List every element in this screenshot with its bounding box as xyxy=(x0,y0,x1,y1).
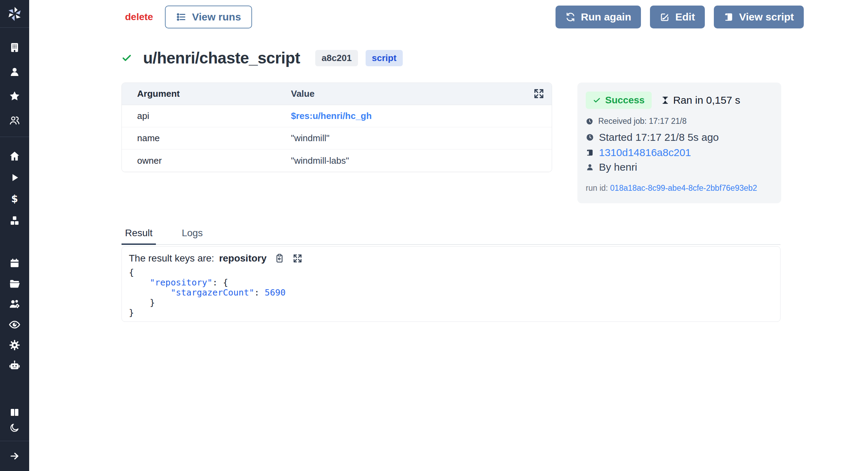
duration-label: Ran in 0,157 s xyxy=(673,94,740,106)
arg-name: owner xyxy=(122,155,291,166)
table-row: api $res:u/henri/hc_gh xyxy=(122,105,552,127)
result-tabs: Result Logs xyxy=(122,222,781,245)
cubes-icon xyxy=(9,215,20,226)
check-icon xyxy=(593,96,601,104)
expand-icon[interactable] xyxy=(533,88,545,100)
job-hash-line: 1310d14816a8c201 xyxy=(586,147,773,159)
edit-button[interactable]: Edit xyxy=(650,6,705,28)
clipboard-copy-icon[interactable] xyxy=(274,253,285,264)
scroll-icon xyxy=(724,12,734,22)
calendar-icon xyxy=(9,258,20,269)
json-key: "repository" xyxy=(150,277,212,288)
book-icon xyxy=(9,407,20,418)
hourglass-icon xyxy=(661,96,670,105)
sidebar-item-docs[interactable] xyxy=(0,405,29,420)
sidebar-item-users-group[interactable] xyxy=(0,108,29,132)
sidebar-item-favorites[interactable] xyxy=(0,84,29,108)
sidebar-item-user[interactable] xyxy=(0,60,29,84)
list-icon xyxy=(176,12,186,22)
sidebar-item-home[interactable] xyxy=(0,145,29,167)
json-key: "stargazerCount" xyxy=(170,288,254,298)
folder-open-icon xyxy=(9,278,20,290)
started-label: Started 17:17 21/8 5s ago xyxy=(599,131,719,143)
sidebar-item-variables[interactable]: $ xyxy=(0,188,29,210)
sidebar-divider xyxy=(0,137,29,137)
run-again-label: Run again xyxy=(581,11,631,23)
clock-icon xyxy=(586,133,594,142)
tab-result[interactable]: Result xyxy=(122,222,156,245)
view-script-button[interactable]: View script xyxy=(714,6,804,28)
edit-label: Edit xyxy=(675,11,695,23)
sidebar-item-workspace[interactable] xyxy=(0,35,29,60)
view-runs-button[interactable]: View runs xyxy=(165,6,252,28)
svg-text:$: $ xyxy=(11,194,18,205)
hash-badge: a8c201 xyxy=(315,50,358,66)
sidebar-item-schedules[interactable] xyxy=(0,253,29,273)
building-icon xyxy=(9,42,20,53)
windmill-logo[interactable] xyxy=(0,0,29,28)
arg-name: name xyxy=(122,133,291,144)
arg-value: "windmill" xyxy=(291,133,552,144)
users-cog-icon xyxy=(9,298,20,310)
run-id-line: run id: 018a18ac-8c99-abe4-8cfe-2bbf76e9… xyxy=(586,183,773,193)
received-job-line: Received job: 17:17 21/8 xyxy=(586,117,773,126)
home-icon xyxy=(9,150,20,162)
run-again-button[interactable]: Run again xyxy=(556,6,641,28)
sidebar-item-folders[interactable] xyxy=(0,273,29,294)
table-row: name "windmill" xyxy=(122,127,552,149)
sidebar-item-groups[interactable] xyxy=(0,294,29,314)
run-id-label: run id: xyxy=(586,183,608,192)
scroll-small-icon xyxy=(586,148,594,157)
sidebar-collapse-toggle[interactable] xyxy=(0,441,29,471)
dollar-icon: $ xyxy=(9,194,20,205)
expand-icon[interactable] xyxy=(292,253,303,264)
run-author-label: By henri xyxy=(599,161,637,173)
json-number: 5690 xyxy=(265,288,285,298)
users-group-icon xyxy=(9,114,20,126)
status-badge: Success xyxy=(586,92,652,109)
sidebar-item-settings[interactable] xyxy=(0,335,29,355)
moon-icon xyxy=(9,422,20,433)
person-icon xyxy=(586,163,594,171)
arg-value: "windmill-labs" xyxy=(291,155,552,166)
sidebar-item-resources[interactable] xyxy=(0,210,29,231)
column-header-value: Value xyxy=(291,88,552,99)
arrow-right-icon xyxy=(9,451,20,462)
result-keys-value: repository xyxy=(219,253,267,264)
result-json: { "repository": { "stargazerCount": 5690… xyxy=(129,267,773,318)
refresh-icon xyxy=(565,12,576,22)
arguments-table-header: Argument Value xyxy=(122,83,552,105)
started-line: Started 17:17 21/8 5s ago xyxy=(586,131,773,143)
edit-icon xyxy=(660,12,670,22)
status-panel: Success Ran in 0,157 s Received job: 17:… xyxy=(577,83,781,203)
delete-button[interactable]: delete xyxy=(125,11,153,23)
arg-name: api xyxy=(122,111,291,121)
header-left-actions: delete View runs xyxy=(125,6,252,28)
arguments-table: Argument Value api $res:u/henri/hc_gh na… xyxy=(122,83,552,172)
clock-icon xyxy=(586,118,593,125)
sidebar-item-audit-logs[interactable] xyxy=(0,314,29,335)
run-id-link[interactable]: 018a18ac-8c99-abe4-8cfe-2bbf76e93eb2 xyxy=(610,183,757,192)
tab-logs[interactable]: Logs xyxy=(178,222,206,244)
sidebar-item-dark-mode[interactable] xyxy=(0,420,29,435)
sidebar-item-runs[interactable] xyxy=(0,167,29,188)
table-row: owner "windmill-labs" xyxy=(122,149,552,172)
user-icon xyxy=(9,66,20,77)
resource-link[interactable]: $res:u/henri/hc_gh xyxy=(291,111,372,121)
star-icon xyxy=(9,90,20,102)
sidebar: $ xyxy=(0,0,29,471)
sidebar-item-workers[interactable] xyxy=(0,355,29,376)
header-right-actions: Run again Edit View script xyxy=(556,6,804,28)
page-title: u/henri/chaste_script xyxy=(143,49,300,67)
robot-icon xyxy=(9,360,20,371)
view-runs-label: View runs xyxy=(192,11,241,23)
status-label: Success xyxy=(605,95,645,106)
run-author-line: By henri xyxy=(586,161,773,173)
column-header-argument: Argument xyxy=(122,88,291,99)
job-hash-link[interactable]: 1310d14816a8c201 xyxy=(599,147,691,159)
received-label: Received job: 17:17 21/8 xyxy=(598,117,686,126)
play-icon xyxy=(9,172,20,183)
title-row: u/henri/chaste_script a8c201 script xyxy=(122,49,403,67)
eye-icon xyxy=(8,318,21,331)
view-script-label: View script xyxy=(739,11,794,23)
